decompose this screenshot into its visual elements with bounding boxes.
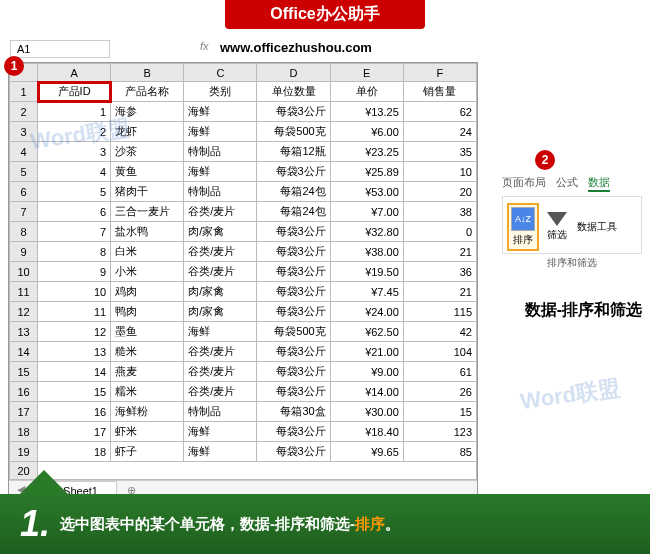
cell[interactable]: ¥25.89 <box>330 162 403 182</box>
cell[interactable]: 每箱24包 <box>257 182 330 202</box>
cell[interactable]: 1 <box>38 102 111 122</box>
cell[interactable]: ¥23.25 <box>330 142 403 162</box>
cell[interactable]: 海鲜 <box>184 422 257 442</box>
cell[interactable]: 11 <box>38 302 111 322</box>
header-cell[interactable]: 单位数量 <box>257 82 330 102</box>
cell[interactable]: 沙茶 <box>111 142 184 162</box>
cell[interactable]: 12 <box>38 322 111 342</box>
cell[interactable]: ¥13.25 <box>330 102 403 122</box>
cell[interactable]: 每袋3公斤 <box>257 442 330 462</box>
cell[interactable]: 每袋3公斤 <box>257 382 330 402</box>
row-header[interactable]: 8 <box>10 222 38 242</box>
cell[interactable]: 15 <box>403 402 476 422</box>
row-header[interactable]: 2 <box>10 102 38 122</box>
cell[interactable]: 每袋3公斤 <box>257 342 330 362</box>
header-cell[interactable]: 单价 <box>330 82 403 102</box>
cell[interactable]: ¥18.40 <box>330 422 403 442</box>
cell[interactable]: ¥53.00 <box>330 182 403 202</box>
cell[interactable]: 38 <box>403 202 476 222</box>
cell[interactable]: 白米 <box>111 242 184 262</box>
cell[interactable]: 糙米 <box>111 342 184 362</box>
cell[interactable]: ¥62.50 <box>330 322 403 342</box>
row-header[interactable]: 18 <box>10 422 38 442</box>
col-header[interactable]: F <box>403 64 476 82</box>
cell[interactable]: 每袋3公斤 <box>257 162 330 182</box>
cell[interactable]: 24 <box>403 122 476 142</box>
cell[interactable]: 猪肉干 <box>111 182 184 202</box>
cell[interactable]: 85 <box>403 442 476 462</box>
tab-data[interactable]: 数据 <box>588 175 610 192</box>
cell[interactable]: 特制品 <box>184 402 257 422</box>
cell[interactable]: 36 <box>403 262 476 282</box>
cell[interactable]: 谷类/麦片 <box>184 242 257 262</box>
cell[interactable]: ¥7.00 <box>330 202 403 222</box>
cell[interactable]: 21 <box>403 242 476 262</box>
cell[interactable]: 糯米 <box>111 382 184 402</box>
cell[interactable]: 每袋3公斤 <box>257 102 330 122</box>
cell[interactable]: 鸡肉 <box>111 282 184 302</box>
cell[interactable]: 特制品 <box>184 142 257 162</box>
cell[interactable]: ¥32.80 <box>330 222 403 242</box>
cell[interactable]: 104 <box>403 342 476 362</box>
cell[interactable]: 123 <box>403 422 476 442</box>
cell[interactable]: 海鲜 <box>184 102 257 122</box>
cell[interactable]: 每袋3公斤 <box>257 222 330 242</box>
cell[interactable]: 虾子 <box>111 442 184 462</box>
cell[interactable]: 每袋500克 <box>257 122 330 142</box>
col-header[interactable]: A <box>38 64 111 82</box>
row-header[interactable]: 4 <box>10 142 38 162</box>
cell[interactable]: 3 <box>38 142 111 162</box>
row-header[interactable]: 17 <box>10 402 38 422</box>
cell[interactable]: 每袋3公斤 <box>257 262 330 282</box>
cell[interactable]: 20 <box>403 182 476 202</box>
cell[interactable]: 海鲜 <box>184 322 257 342</box>
cell[interactable]: 2 <box>38 122 111 142</box>
cell[interactable]: 15 <box>38 382 111 402</box>
row-header[interactable]: 13 <box>10 322 38 342</box>
cell[interactable]: 谷类/麦片 <box>184 342 257 362</box>
cell[interactable]: 每袋3公斤 <box>257 242 330 262</box>
col-header[interactable]: B <box>111 64 184 82</box>
cell[interactable]: 每袋500克 <box>257 322 330 342</box>
header-cell[interactable]: 产品ID <box>38 82 111 102</box>
cell[interactable]: 0 <box>403 222 476 242</box>
cell[interactable]: 8 <box>38 242 111 262</box>
cell[interactable]: 35 <box>403 142 476 162</box>
cell[interactable]: ¥21.00 <box>330 342 403 362</box>
name-box[interactable]: A1 <box>10 40 110 58</box>
cell[interactable]: 14 <box>38 362 111 382</box>
cell[interactable]: 三合一麦片 <box>111 202 184 222</box>
cell[interactable]: 盐水鸭 <box>111 222 184 242</box>
cell[interactable]: 海参 <box>111 102 184 122</box>
row-header[interactable]: 10 <box>10 262 38 282</box>
cell[interactable]: 115 <box>403 302 476 322</box>
col-header[interactable]: D <box>257 64 330 82</box>
cell[interactable]: 小米 <box>111 262 184 282</box>
cell[interactable]: ¥19.50 <box>330 262 403 282</box>
cell[interactable]: 燕麦 <box>111 362 184 382</box>
header-cell[interactable]: 类别 <box>184 82 257 102</box>
data-tools-button[interactable]: 数据工具 <box>575 218 619 236</box>
cell[interactable]: 21 <box>403 282 476 302</box>
row-header[interactable]: 15 <box>10 362 38 382</box>
cell[interactable]: 海鲜 <box>184 162 257 182</box>
cell[interactable]: 26 <box>403 382 476 402</box>
cell[interactable]: ¥24.00 <box>330 302 403 322</box>
cell[interactable]: 海鲜 <box>184 122 257 142</box>
cell[interactable]: 62 <box>403 102 476 122</box>
cell[interactable]: 谷类/麦片 <box>184 382 257 402</box>
cell[interactable]: 每箱12瓶 <box>257 142 330 162</box>
cell[interactable]: ¥9.65 <box>330 442 403 462</box>
cell[interactable]: 墨鱼 <box>111 322 184 342</box>
row-header[interactable]: 14 <box>10 342 38 362</box>
cell[interactable]: 18 <box>38 442 111 462</box>
row-header[interactable]: 16 <box>10 382 38 402</box>
cell[interactable]: 10 <box>403 162 476 182</box>
cell[interactable]: 每袋3公斤 <box>257 282 330 302</box>
cell[interactable]: 海鲜粉 <box>111 402 184 422</box>
tab-formula[interactable]: 公式 <box>556 175 578 192</box>
cell[interactable]: ¥9.00 <box>330 362 403 382</box>
cell[interactable]: 16 <box>38 402 111 422</box>
cell[interactable]: 5 <box>38 182 111 202</box>
cell[interactable]: 特制品 <box>184 182 257 202</box>
